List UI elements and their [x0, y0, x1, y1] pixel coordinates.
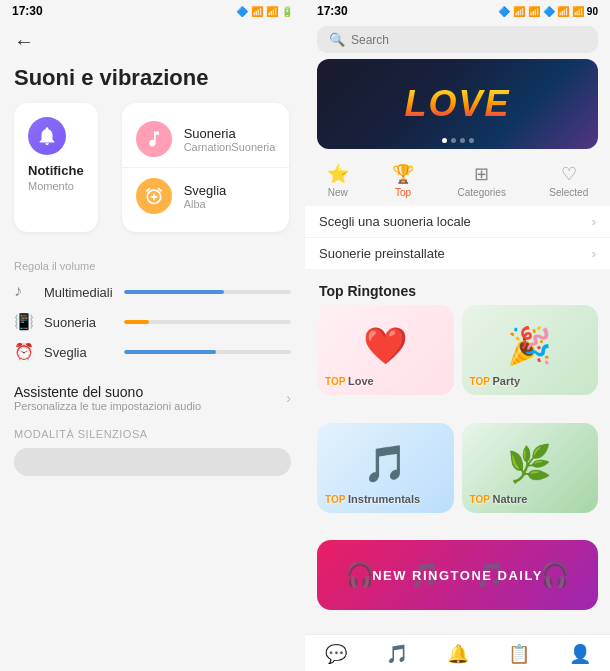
- ringtone-grid: ❤️ TOP Love 🎉 TOP Party 🎵 TOP Instrument…: [305, 305, 610, 630]
- suoneria-vol-icon: 📳: [14, 312, 34, 332]
- suoneria-thumb: [136, 121, 172, 157]
- bottom-nav: 💬 🎵 🔔 📋 👤: [305, 634, 610, 671]
- card-instrumentals[interactable]: 🎵 TOP Instrumentals: [317, 423, 454, 513]
- assistant-text: Assistente del suono Personalizza le tue…: [14, 384, 286, 412]
- back-button[interactable]: ←: [14, 30, 34, 53]
- suoneria-vol-label: Suoneria: [44, 315, 114, 330]
- status-icons-left: 🔷 📶 📶 🔋: [236, 6, 293, 17]
- signal-icon-r: 📶: [513, 6, 525, 17]
- menu-local-ringtone[interactable]: Scegli una suoneria locale ›: [305, 206, 610, 237]
- menu-preinstalled[interactable]: Suonerie preinstallate ›: [305, 237, 610, 269]
- time-left: 17:30: [12, 4, 43, 18]
- preinstalled-label: Suonerie preinstallate: [319, 246, 445, 261]
- card-party[interactable]: 🎉 TOP Party: [462, 305, 599, 395]
- modalita-bar: [14, 448, 291, 476]
- bottom-nav-bell[interactable]: 🔔: [447, 643, 469, 665]
- modalita-label: MODALITÀ SILENZIOSA: [14, 428, 291, 440]
- tab-categories[interactable]: ⊞ Categories: [450, 161, 514, 200]
- top-icon: 🏆: [392, 163, 414, 185]
- hero-banner: LOVE: [317, 59, 598, 149]
- sveglia-slider[interactable]: [124, 350, 291, 354]
- new-icon: ⭐: [327, 163, 349, 185]
- menu-rows: Scegli una suoneria locale › Suonerie pr…: [305, 206, 610, 269]
- hero-love-text: LOVE: [404, 83, 510, 125]
- categories-icon: ⊞: [474, 163, 489, 185]
- chevron-right-icon: ›: [286, 390, 291, 406]
- page-title-section: Suoni e vibrazione: [0, 61, 305, 103]
- left-panel: 17:30 🔷 📶 📶 🔋 ← Suoni e vibrazione Notif…: [0, 0, 305, 671]
- hero-dots: [442, 138, 474, 143]
- signal-icon: 📶: [251, 6, 263, 17]
- daily-label: NEW RINGTONE DAILY: [372, 568, 543, 583]
- search-input[interactable]: [351, 33, 586, 47]
- tab-selected[interactable]: ♡ Selected: [541, 161, 596, 200]
- bottom-nav-profile[interactable]: 👤: [569, 643, 591, 665]
- chevron-local-icon: ›: [592, 214, 596, 229]
- selected-icon: ♡: [561, 163, 577, 185]
- instrumental-emoji: 🎵: [363, 442, 408, 484]
- volume-suoneria-row: 📳 Suoneria: [14, 312, 291, 332]
- notification-cards-row: Notifiche Momento Suoneria CarnationSuon…: [0, 103, 305, 246]
- tab-top[interactable]: 🏆 Top: [384, 161, 422, 200]
- suoneria-item[interactable]: Suoneria CarnationSuoneria: [122, 111, 290, 167]
- status-bar-left: 17:30 🔷 📶 📶 🔋: [0, 0, 305, 22]
- multimediali-label: Multimediali: [44, 285, 114, 300]
- tab-new[interactable]: ⭐ New: [319, 161, 357, 200]
- bell-icon: [28, 117, 66, 155]
- top-badge-instrumental: TOP: [325, 494, 348, 505]
- sveglia-text: Sveglia Alba: [184, 183, 276, 210]
- suoneria-slider[interactable]: [124, 320, 291, 324]
- card-love[interactable]: ❤️ TOP Love: [317, 305, 454, 395]
- suoneria-label: Suoneria: [184, 126, 276, 141]
- notifiche-title: Notifiche: [28, 163, 84, 178]
- right-panel: 17:30 🔷 📶 📶 🔷 📶 📶 90 🔍 LOVE ⭐ New 🏆 To: [305, 0, 610, 671]
- status-icons-right: 🔷 📶 📶 🔷 📶 📶 90: [498, 6, 598, 17]
- wifi-icon-r: 📶: [528, 6, 540, 17]
- music-note-icon: ♪: [14, 282, 34, 302]
- multimediali-slider[interactable]: [124, 290, 291, 294]
- party-label: TOP Party: [470, 375, 521, 387]
- page-title: Suoni e vibrazione: [14, 65, 291, 91]
- top-badge-love: TOP: [325, 376, 348, 387]
- modalita-section: MODALITÀ SILENZIOSA: [0, 424, 305, 476]
- sveglia-vol-label: Sveglia: [44, 345, 114, 360]
- volume-label: Regola il volume: [14, 260, 291, 272]
- sveglia-value: Alba: [184, 198, 276, 210]
- card-nature[interactable]: 🌿 TOP Nature: [462, 423, 599, 513]
- bottom-nav-list[interactable]: 📋: [508, 643, 530, 665]
- status-bar-right: 17:30 🔷 📶 📶 🔷 📶 📶 90: [305, 0, 610, 22]
- assistant-title: Assistente del suono: [14, 384, 286, 400]
- sveglia-label: Sveglia: [184, 183, 276, 198]
- nav-tabs: ⭐ New 🏆 Top ⊞ Categories ♡ Selected: [305, 157, 610, 206]
- notifiche-card[interactable]: Notifiche Momento: [14, 103, 98, 232]
- battery-level: 🔷 📶 📶 90: [543, 6, 598, 17]
- wide-card-daily[interactable]: 🎧🎵🎵🎧 NEW RINGTONE DAILY: [317, 540, 598, 610]
- suoneria-value: CarnationSuoneria: [184, 141, 276, 153]
- nature-label: TOP Nature: [470, 493, 528, 505]
- bottom-nav-music[interactable]: 🎵: [386, 643, 408, 665]
- love-label: TOP Love: [325, 375, 374, 387]
- top-badge-party: TOP: [470, 376, 493, 387]
- section-title: Top Ringtones: [305, 273, 610, 305]
- chevron-preinstalled-icon: ›: [592, 246, 596, 261]
- party-emoji: 🎉: [507, 325, 552, 367]
- top-badge-nature: TOP: [470, 494, 493, 505]
- battery-icon: 🔋: [281, 6, 293, 17]
- search-icon: 🔍: [329, 32, 345, 47]
- ringtone-cards: Suoneria CarnationSuoneria Sveglia Alba: [122, 103, 290, 232]
- assistant-row[interactable]: Assistente del suono Personalizza le tue…: [0, 372, 305, 424]
- time-right: 17:30: [317, 4, 348, 18]
- tab-new-label: New: [328, 187, 348, 198]
- wifi-icon: 📶: [266, 6, 278, 17]
- tab-top-label: Top: [395, 187, 411, 198]
- bluetooth-icon-r: 🔷: [498, 6, 510, 17]
- tab-selected-label: Selected: [549, 187, 588, 198]
- suoneria-text: Suoneria CarnationSuoneria: [184, 126, 276, 153]
- sveglia-item[interactable]: Sveglia Alba: [122, 167, 290, 224]
- notifiche-sub: Momento: [28, 180, 74, 192]
- bottom-nav-chat[interactable]: 💬: [325, 643, 347, 665]
- bluetooth-icon: 🔷: [236, 6, 248, 17]
- assistant-sub: Personalizza le tue impostazioni audio: [14, 400, 286, 412]
- alarm-vol-icon: ⏰: [14, 342, 34, 362]
- search-bar[interactable]: 🔍: [317, 26, 598, 53]
